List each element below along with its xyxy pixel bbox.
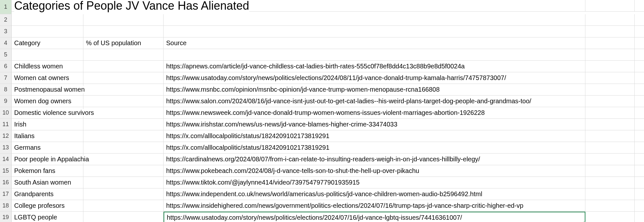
- cell-r13-c2[interactable]: [83, 142, 164, 154]
- cell-r8-c1[interactable]: Postmenopausal women: [12, 84, 83, 96]
- cell-r4-c2[interactable]: % of US population: [83, 37, 164, 49]
- row-header-6[interactable]: 6: [0, 61, 12, 72]
- row-header-14[interactable]: 14: [0, 154, 12, 165]
- cell-r14-c1[interactable]: Poor people in Appalachia: [12, 154, 83, 165]
- cell-r10-c5[interactable]: [635, 107, 644, 119]
- cell-r12-c1[interactable]: Italians: [12, 130, 83, 142]
- row-header-19[interactable]: 19: [0, 212, 12, 222]
- row-header-7[interactable]: 7: [0, 72, 12, 84]
- cell-r1-c4[interactable]: [585, 0, 635, 12]
- cell-r8-c4[interactable]: [585, 84, 635, 96]
- cell-r7-c1[interactable]: Women cat owners: [12, 72, 83, 84]
- cell-r16-c4[interactable]: [585, 177, 635, 188]
- cell-r12-c3[interactable]: https://x.com/alllocalpolitic/status/182…: [164, 130, 585, 142]
- row-header-4[interactable]: 4: [0, 37, 12, 49]
- cell-r8-c2[interactable]: [83, 84, 164, 96]
- cell-r5-c1[interactable]: [12, 49, 83, 61]
- spreadsheet-grid[interactable]: 1Categories of People JV Vance Has Alien…: [0, 0, 644, 222]
- cell-r2-c2[interactable]: [83, 14, 164, 26]
- cell-r10-c3[interactable]: https://www.newsweek.com/jd-vance-donald…: [164, 107, 585, 119]
- cell-r10-c1[interactable]: Domestic violence survivors: [12, 107, 83, 119]
- cell-r18-c4[interactable]: [585, 200, 635, 212]
- cell-r3-c1[interactable]: [12, 26, 83, 37]
- cell-r19-c3[interactable]: https://www.usatoday.com/story/news/poli…: [164, 212, 585, 222]
- cell-r8-c5[interactable]: [635, 84, 644, 96]
- row-header-18[interactable]: 18: [0, 200, 12, 212]
- cell-r3-c3[interactable]: [164, 26, 585, 37]
- cell-r16-c5[interactable]: [635, 177, 644, 188]
- cell-r4-c1[interactable]: Category: [12, 37, 83, 49]
- cell-r11-c5[interactable]: [635, 119, 644, 130]
- cell-r18-c2[interactable]: [83, 200, 164, 212]
- cell-r15-c1[interactable]: Pokemon fans: [12, 165, 83, 177]
- cell-r12-c2[interactable]: [83, 130, 164, 142]
- cell-r10-c2[interactable]: [83, 107, 164, 119]
- cell-r9-c4[interactable]: [585, 96, 635, 107]
- row-header-2[interactable]: 2: [0, 14, 12, 26]
- cell-r4-c5[interactable]: [635, 37, 644, 49]
- cell-r8-c3[interactable]: https://www.msnbc.com/opinion/msnbc-opin…: [164, 84, 585, 96]
- cell-r7-c4[interactable]: [585, 72, 635, 84]
- cell-r5-c3[interactable]: [164, 49, 585, 61]
- row-header-17[interactable]: 17: [0, 188, 12, 200]
- cell-r17-c1[interactable]: Grandparents: [12, 188, 83, 200]
- cell-r17-c3[interactable]: https://www.independent.co.uk/news/world…: [164, 188, 585, 200]
- cell-r10-c4[interactable]: [585, 107, 635, 119]
- row-header-1[interactable]: 1: [0, 0, 12, 14]
- cell-r18-c3[interactable]: https://www.insidehighered.com/news/gove…: [164, 200, 585, 212]
- cell-r5-c4[interactable]: [585, 49, 635, 61]
- cell-r1-c1[interactable]: Categories of People JV Vance Has Aliena…: [12, 0, 83, 12]
- row-header-11[interactable]: 11: [0, 119, 12, 130]
- cell-r6-c2[interactable]: [83, 61, 164, 72]
- cell-r5-c2[interactable]: [83, 49, 164, 61]
- cell-r18-c1[interactable]: College profesors: [12, 200, 83, 212]
- cell-r6-c5[interactable]: [635, 61, 644, 72]
- cell-r16-c3[interactable]: https://www.tiktok.com/@jaylynne414/vide…: [164, 177, 585, 188]
- cell-r3-c2[interactable]: [83, 26, 164, 37]
- cell-r5-c5[interactable]: [635, 49, 644, 61]
- row-header-3[interactable]: 3: [0, 26, 12, 37]
- cell-r19-c5[interactable]: [635, 212, 644, 222]
- cell-r14-c3[interactable]: https://cardinalnews.org/2024/08/07/from…: [164, 154, 585, 165]
- cell-r15-c4[interactable]: [585, 165, 635, 177]
- cell-r9-c5[interactable]: [635, 96, 644, 107]
- cell-r15-c3[interactable]: https://www.pokebeach.com/2024/08/j-d-va…: [164, 165, 585, 177]
- cell-r12-c4[interactable]: [585, 130, 635, 142]
- cell-r9-c3[interactable]: https://www.salon.com/2024/08/16/jd-vanc…: [164, 96, 585, 107]
- cell-r4-c3[interactable]: Source: [164, 37, 585, 49]
- row-header-8[interactable]: 8: [0, 84, 12, 96]
- cell-r13-c5[interactable]: [635, 142, 644, 154]
- cell-r17-c2[interactable]: [83, 188, 164, 200]
- cell-r1-c5[interactable]: [635, 0, 644, 12]
- cell-r14-c4[interactable]: [585, 154, 635, 165]
- cell-r6-c4[interactable]: [585, 61, 635, 72]
- cell-r9-c1[interactable]: Women dog owners: [12, 96, 83, 107]
- cell-r13-c1[interactable]: Germans: [12, 142, 83, 154]
- cell-r7-c5[interactable]: [635, 72, 644, 84]
- cell-r16-c1[interactable]: South Asian women: [12, 177, 83, 188]
- cell-r7-c3[interactable]: https://www.usatoday.com/story/news/poli…: [164, 72, 585, 84]
- cell-r2-c5[interactable]: [635, 14, 644, 26]
- cell-r16-c2[interactable]: [83, 177, 164, 188]
- row-header-5[interactable]: 5: [0, 49, 12, 61]
- cell-r11-c3[interactable]: https://www.irishstar.com/news/us-news/j…: [164, 119, 585, 130]
- cell-r11-c1[interactable]: Irish: [12, 119, 83, 130]
- cell-r19-c4[interactable]: [585, 212, 635, 222]
- cell-r7-c2[interactable]: [83, 72, 164, 84]
- cell-r17-c4[interactable]: [585, 188, 635, 200]
- cell-r19-c1[interactable]: LGBTQ people: [12, 212, 83, 222]
- cell-r12-c5[interactable]: [635, 130, 644, 142]
- cell-r13-c3[interactable]: https://x.com/alllocalpolitic/status/182…: [164, 142, 585, 154]
- cell-r18-c5[interactable]: [635, 200, 644, 212]
- cell-r6-c1[interactable]: Childless women: [12, 61, 83, 72]
- cell-r2-c3[interactable]: [164, 14, 585, 26]
- cell-r11-c4[interactable]: [585, 119, 635, 130]
- cell-r17-c5[interactable]: [635, 188, 644, 200]
- cell-r15-c2[interactable]: [83, 165, 164, 177]
- cell-r13-c4[interactable]: [585, 142, 635, 154]
- cell-r3-c5[interactable]: [635, 26, 644, 37]
- row-header-15[interactable]: 15: [0, 165, 12, 177]
- row-header-9[interactable]: 9: [0, 96, 12, 107]
- cell-r14-c2[interactable]: [83, 154, 164, 165]
- cell-r15-c5[interactable]: [635, 165, 644, 177]
